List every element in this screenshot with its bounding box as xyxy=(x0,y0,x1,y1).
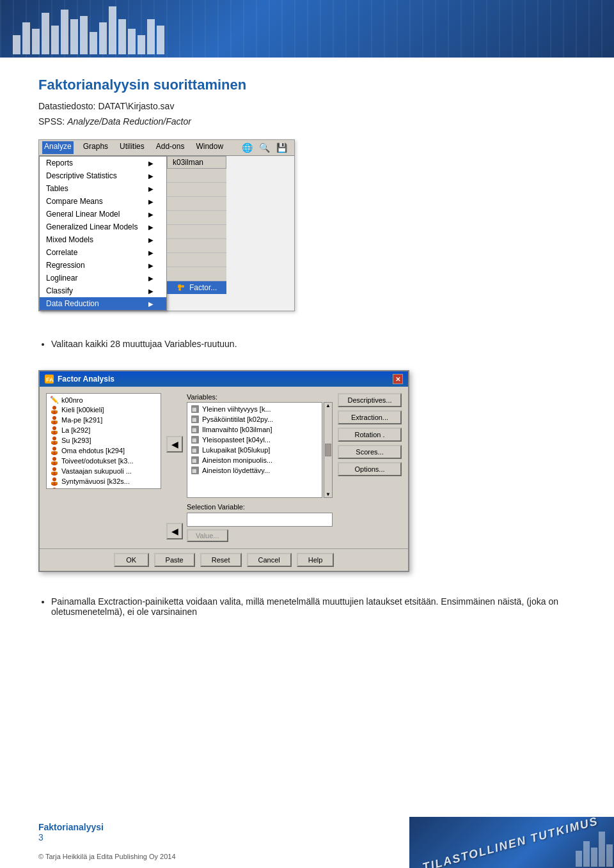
list-item[interactable]: Kirjat [k331] xyxy=(48,486,159,489)
menu-regression[interactable]: Regression▶ xyxy=(40,259,166,272)
header-decoration xyxy=(0,6,177,58)
person-icon xyxy=(50,405,59,414)
variable-item[interactable]: ▦ Pysäköintitilat [k02py... xyxy=(189,414,320,424)
menu-tables[interactable]: Tables▶ xyxy=(40,182,166,195)
menu-graphs[interactable]: Graphs xyxy=(81,141,110,154)
footer-left: Faktorianalyysi 3 xyxy=(38,822,104,842)
svg-point-28 xyxy=(55,461,58,464)
svg-point-23 xyxy=(51,451,54,454)
svg-point-29 xyxy=(52,467,56,471)
descriptives-button[interactable]: Descriptives... xyxy=(338,393,402,407)
menu-window[interactable]: Window xyxy=(194,141,225,154)
toolbar-text: k03ilman xyxy=(167,156,226,169)
variable-item[interactable]: ▦ Lukupaikat [k05lukup] xyxy=(189,445,320,455)
menu-data-reduction[interactable]: Data Reduction▶ xyxy=(40,297,166,310)
list-scrollbar[interactable]: ▲ ▼ xyxy=(324,402,333,498)
menu-addons[interactable]: Add-ons xyxy=(154,141,187,154)
right-variables-panel: Variables: ▦ Yleinen viihtyvyys [k... ▦ xyxy=(187,393,333,542)
source-variable-list[interactable]: ✏️ k00nro Kieli [k00kieli] Ma-pe [k291] xyxy=(46,393,161,489)
variable-item[interactable]: ▦ Yleisopasteet [k04yl... xyxy=(189,435,320,445)
dialog-left-panel: ✏️ k00nro Kieli [k00kieli] Ma-pe [k291] xyxy=(46,393,161,542)
svg-point-25 xyxy=(52,457,56,461)
list-item[interactable]: La [k292] xyxy=(48,425,159,435)
list-item[interactable]: Ma-pe [k291] xyxy=(48,415,159,425)
svg-point-37 xyxy=(52,488,56,489)
extraction-button[interactable]: Extraction... xyxy=(338,410,402,424)
footer-bar-chart xyxy=(574,830,614,868)
cancel-button[interactable]: Cancel xyxy=(247,553,292,567)
menu-descriptive[interactable]: Descriptive Statistics▶ xyxy=(40,169,166,182)
value-button[interactable]: Value... xyxy=(187,529,228,542)
menu-generalized[interactable]: Generalized Linear Models▶ xyxy=(40,221,166,233)
reset-button[interactable]: Reset xyxy=(200,553,242,567)
svg-point-2 xyxy=(178,288,181,291)
dialog-middle-panel: ◀ ◀ Variables: ▦ Yleinen vi xyxy=(166,393,333,542)
list-item[interactable]: Vastaajan sukupuoli ... xyxy=(48,466,159,476)
menu-mixed[interactable]: Mixed Models▶ xyxy=(40,233,166,246)
var-icon: ▦ xyxy=(191,405,200,414)
dialog-wrapper: FA Factor Analysis ✕ ✏️ k00nro xyxy=(38,370,409,572)
svg-text:FA: FA xyxy=(46,376,54,383)
scores-button[interactable]: Scores... xyxy=(338,445,402,459)
factor-analysis-dialog: FA Factor Analysis ✕ ✏️ k00nro xyxy=(38,370,409,572)
move-to-selection-button[interactable]: ◀ xyxy=(166,523,183,539)
move-to-variables-button[interactable]: ◀ xyxy=(166,436,183,453)
pencil-icon: ✏️ xyxy=(50,396,59,404)
list-item[interactable]: Toiveet/odotukset [k3... xyxy=(48,456,159,466)
paste-button[interactable]: Paste xyxy=(154,553,195,567)
list-item[interactable]: Oma ehdotus [k294] xyxy=(48,446,159,456)
person-icon xyxy=(50,415,59,424)
help-button[interactable]: Help xyxy=(297,553,335,567)
variable-item[interactable]: ▦ Aineiston monipuolis... xyxy=(189,455,320,465)
submenu-factor[interactable]: Factor... xyxy=(167,281,226,294)
menu-compare[interactable]: Compare Means▶ xyxy=(40,195,166,208)
svg-point-19 xyxy=(51,441,54,444)
menu-utilities[interactable]: Utilities xyxy=(118,141,146,154)
list-item[interactable]: Kieli [k00kieli] xyxy=(48,405,159,415)
page-title: Faktorianalyysin suorittaminen xyxy=(38,77,576,93)
menu-screenshot: Analyze Graphs Utilities Add-ons Window … xyxy=(38,139,295,311)
menu-loglinear[interactable]: Loglinear▶ xyxy=(40,272,166,284)
svg-point-5 xyxy=(52,406,56,410)
person-icon xyxy=(50,467,59,476)
factor-icon xyxy=(177,283,185,292)
menu-glm[interactable]: General Linear Model▶ xyxy=(40,208,166,221)
list-item[interactable]: ✏️ k00nro xyxy=(48,395,159,405)
svg-point-1 xyxy=(182,285,184,288)
svg-point-8 xyxy=(55,410,58,413)
menu-correlate[interactable]: Correlate▶ xyxy=(40,246,166,259)
svg-text:▦: ▦ xyxy=(192,427,197,433)
list-item[interactable]: Syntymävuosi [k32s... xyxy=(48,476,159,486)
variable-item[interactable]: ▦ Ilmanvaihto [k03ilman] xyxy=(189,424,320,435)
toolbar-icon3: 💾 xyxy=(274,142,289,153)
menu-classify[interactable]: Classify▶ xyxy=(40,284,166,297)
var-icon: ▦ xyxy=(191,446,200,454)
menu-analyze[interactable]: Analyze xyxy=(42,141,74,154)
variable-item[interactable]: ▦ Yleinen viihtyvyys [k... xyxy=(189,404,320,414)
svg-point-24 xyxy=(55,451,58,454)
selection-variable-input[interactable] xyxy=(187,513,333,527)
menu-reports[interactable]: Reports▶ xyxy=(40,157,166,169)
dialog-footer: OK Paste Reset Cancel Help xyxy=(40,548,408,571)
dialog-close-button[interactable]: ✕ xyxy=(393,374,403,384)
analyze-dropdown: Reports▶ Descriptive Statistics▶ Tables▶… xyxy=(39,156,167,311)
ok-button[interactable]: OK xyxy=(114,553,149,567)
variable-item[interactable]: ▦ Aineiston löydettävy... xyxy=(189,465,320,476)
var-icon: ▦ xyxy=(191,415,200,424)
options-button[interactable]: Options... xyxy=(338,462,402,476)
spss-info: SPSS: Analyze/Data Reduction/Factor xyxy=(38,116,576,127)
person-icon xyxy=(50,487,59,489)
person-icon xyxy=(50,446,59,455)
selection-variable-section: Selection Variable: Value... xyxy=(187,503,333,542)
dialog-icon: FA xyxy=(45,375,54,384)
footer-page-number: 3 xyxy=(38,832,104,842)
svg-point-33 xyxy=(52,477,56,481)
bullet-item-2: Painamalla Exctraction-painiketta voidaa… xyxy=(51,596,576,617)
rotation-button[interactable]: Rotation . xyxy=(338,428,402,442)
variables-list[interactable]: ▦ Yleinen viihtyvyys [k... ▦ Pysäköintit… xyxy=(187,402,322,498)
list-item[interactable]: Su [k293] xyxy=(48,435,159,446)
svg-text:▦: ▦ xyxy=(192,417,197,422)
toolbar-icon2: 🔍 xyxy=(257,142,272,153)
footer-copyright: © Tarja Heikkilä ja Edita Publishing Oy … xyxy=(38,853,176,860)
person-icon xyxy=(50,456,59,465)
